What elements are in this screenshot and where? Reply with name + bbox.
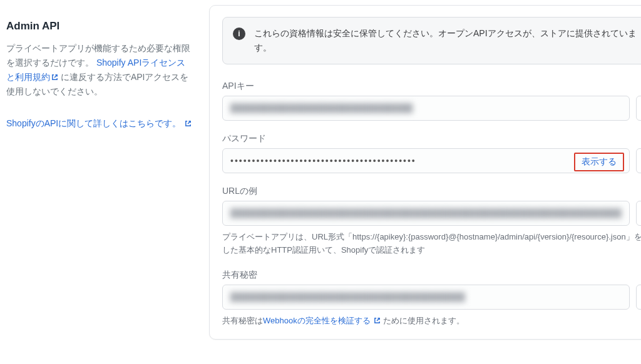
info-icon: i xyxy=(233,28,245,40)
external-link-icon xyxy=(374,317,381,324)
api-key-field-group: APIキー ████████████████████████████ xyxy=(222,81,641,121)
external-link-icon xyxy=(51,74,58,81)
example-url-field-group: URLの例 ██████████████████████████████████… xyxy=(222,186,641,257)
example-url-help: プライベートアプリは、URL形式「https://{apikey}:{passw… xyxy=(222,231,641,257)
sidebar-api-link-block: ShopifyのAPIに関して詳しくはこちらです。 xyxy=(6,116,194,131)
admin-api-card: i これらの資格情報は安全に保管してください。オープンAPIアクセスが、ストアに… xyxy=(209,5,641,340)
copy-api-key-button[interactable] xyxy=(636,96,641,121)
sidebar-title: Admin API xyxy=(6,20,194,33)
api-key-label: APIキー xyxy=(222,81,641,92)
password-input[interactable]: ••••••••••••••••••••••••••••••••••••••••… xyxy=(222,148,630,173)
shared-secret-input[interactable]: ████████████████████████████████████ xyxy=(222,285,630,310)
example-url-label: URLの例 xyxy=(222,186,641,197)
external-link-icon xyxy=(185,120,192,127)
show-password-button[interactable]: 表示する xyxy=(574,153,624,171)
shared-secret-field-group: 共有秘密 ███████████████████████████████████… xyxy=(222,270,641,328)
shared-secret-help: 共有秘密はWebhookの完全性を検証する ために使用されます。 xyxy=(222,315,641,328)
shared-secret-label: 共有秘密 xyxy=(222,270,641,281)
shopify-api-docs-link[interactable]: ShopifyのAPIに関して詳しくはこちらです。 xyxy=(6,118,192,128)
webhook-verify-link[interactable]: Webhookの完全性を検証する xyxy=(263,316,381,325)
info-banner: i これらの資格情報は安全に保管してください。オープンAPIアクセスが、ストアに… xyxy=(222,17,641,64)
password-field-group: パスワード ••••••••••••••••••••••••••••••••••… xyxy=(222,133,641,173)
password-label: パスワード xyxy=(222,133,641,144)
copy-password-button[interactable] xyxy=(636,148,641,173)
sidebar-desc: プライベートアプリが機能するため必要な権限を選択するだけです。 Shopify … xyxy=(6,41,194,99)
sidebar: Admin API プライベートアプリが機能するため必要な権限を選択するだけです… xyxy=(6,5,194,340)
api-key-input[interactable]: ████████████████████████████ xyxy=(222,96,630,121)
banner-text: これらの資格情報は安全に保管してください。オープンAPIアクセスが、ストアに提供… xyxy=(254,26,641,55)
example-url-input[interactable]: ████████████████████████████████████████… xyxy=(222,201,630,226)
copy-example-url-button[interactable] xyxy=(636,201,641,226)
copy-shared-secret-button[interactable] xyxy=(636,285,641,310)
